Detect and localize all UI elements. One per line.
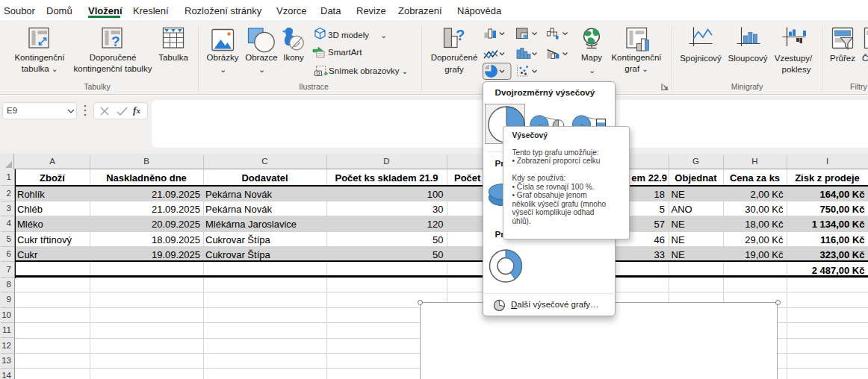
svg-text:?: ? bbox=[111, 34, 120, 49]
svg-text:?: ? bbox=[456, 27, 465, 43]
